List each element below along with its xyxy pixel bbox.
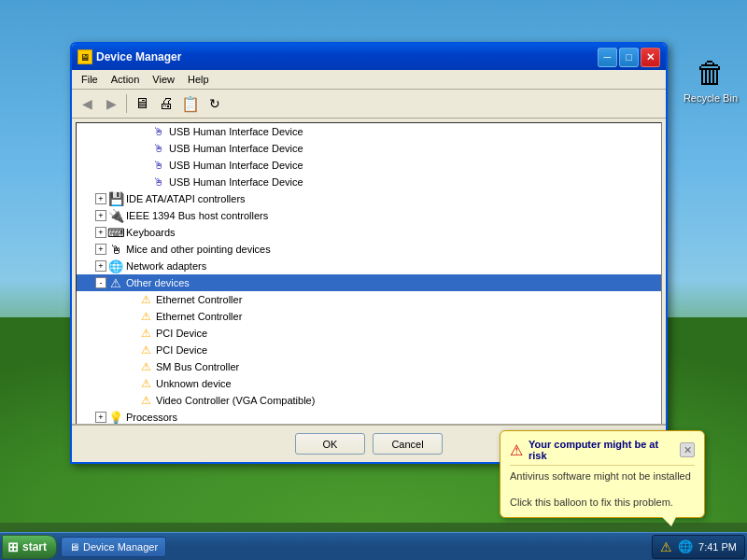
menu-action[interactable]: Action bbox=[106, 72, 146, 87]
tree-item-eth1[interactable]: ⚠ Ethernet Controller bbox=[77, 291, 661, 308]
expand-network[interactable]: + bbox=[95, 260, 106, 272]
computer-button[interactable]: 🖥 bbox=[131, 92, 153, 115]
keyboards-icon: ⌨ bbox=[108, 225, 123, 240]
toolbar: ◀ ▶ 🖥 🖨 📋 ↻ bbox=[72, 90, 666, 119]
tree-item-ieee[interactable]: + 🔌 IEEE 1394 Bus host controllers bbox=[77, 207, 661, 224]
close-button[interactable]: ✕ bbox=[641, 48, 660, 67]
expand-ide[interactable]: + bbox=[95, 193, 106, 204]
hid-label-4: USB Human Interface Device bbox=[169, 176, 303, 188]
ide-label: IDE ATA/ATAPI controllers bbox=[126, 193, 246, 204]
tree-item-hid2[interactable]: 🖱 USB Human Interface Device bbox=[77, 140, 661, 157]
back-button[interactable]: ◀ bbox=[76, 92, 98, 115]
eth1-icon: ⚠ bbox=[138, 292, 153, 307]
minimize-button[interactable]: ─ bbox=[598, 48, 617, 67]
other-label: Other devices bbox=[126, 277, 190, 288]
eth2-icon: ⚠ bbox=[138, 309, 153, 324]
mice-label: Mice and other pointing devices bbox=[126, 244, 271, 255]
notification-balloon[interactable]: ⚠ Your computer might be at risk ✕ Antiv… bbox=[500, 430, 705, 518]
tree-item-other[interactable]: - ⚠ Other devices bbox=[77, 274, 661, 291]
tree-item-network[interactable]: + 🌐 Network adapters bbox=[77, 258, 661, 274]
hid-icon-1: 🖱 bbox=[151, 124, 166, 139]
network-label: Network adapters bbox=[126, 260, 206, 272]
processors-label: Processors bbox=[126, 412, 177, 423]
mice-icon: 🖱 bbox=[108, 242, 123, 257]
windows-logo-icon: ⊞ bbox=[7, 539, 19, 554]
desktop: 🗑 Recycle Bin 🖥 Device Manager ─ □ ✕ bbox=[0, 0, 747, 560]
balloon-close-button[interactable]: ✕ bbox=[680, 442, 695, 457]
recycle-bin-label: Recycle Bin bbox=[684, 92, 738, 104]
other-icon: ⚠ bbox=[108, 275, 123, 290]
hid-label-3: USB Human Interface Device bbox=[169, 160, 303, 171]
menu-help[interactable]: Help bbox=[182, 72, 215, 87]
tray-warning-icon[interactable]: ⚠ bbox=[660, 539, 672, 554]
balloon-line2: Click this balloon to fix this problem. bbox=[510, 496, 695, 510]
ieee-label: IEEE 1394 Bus host controllers bbox=[126, 210, 268, 221]
unknown-label: Unknown device bbox=[156, 378, 232, 389]
hid-label-1: USB Human Interface Device bbox=[169, 126, 303, 137]
smbus-label: SM Bus Controller bbox=[156, 361, 239, 372]
tray-network-icon[interactable]: 🌐 bbox=[678, 539, 693, 553]
recycle-bin[interactable]: 🗑 Recycle Bin bbox=[684, 56, 738, 104]
tree-item-hid1[interactable]: 🖱 USB Human Interface Device bbox=[77, 123, 661, 140]
print-button[interactable]: 🖨 bbox=[155, 92, 177, 115]
tree-item-mice[interactable]: + 🖱 Mice and other pointing devices bbox=[77, 241, 661, 258]
ieee-icon: 🔌 bbox=[108, 208, 123, 223]
tree-item-ide[interactable]: + 💾 IDE ATA/ATAPI controllers bbox=[77, 190, 661, 207]
pci1-icon: ⚠ bbox=[138, 326, 153, 341]
menubar: File Action View Help bbox=[72, 70, 666, 90]
properties-button[interactable]: 📋 bbox=[179, 92, 202, 115]
start-label: start bbox=[22, 540, 47, 553]
toolbar-separator-1 bbox=[126, 94, 127, 113]
vga-icon: ⚠ bbox=[138, 393, 153, 408]
tree-item-unknown[interactable]: ⚠ Unknown device bbox=[77, 375, 661, 392]
hid-icon-2: 🖱 bbox=[151, 141, 166, 156]
refresh-button[interactable]: ↻ bbox=[204, 92, 226, 115]
taskbar: ⊞ start 🖥 Device Manager ⚠ 🌐 7:41 PM bbox=[0, 532, 747, 560]
device-tree[interactable]: 🖱 USB Human Interface Device 🖱 USB Human… bbox=[76, 122, 662, 440]
tree-item-hid3[interactable]: 🖱 USB Human Interface Device bbox=[77, 157, 661, 174]
maximize-button[interactable]: □ bbox=[619, 48, 639, 67]
expand-processors[interactable]: + bbox=[95, 412, 106, 423]
ok-button[interactable]: OK bbox=[295, 433, 365, 455]
hid-icon-3: 🖱 bbox=[151, 158, 166, 173]
taskbar-items: 🖥 Device Manager bbox=[61, 537, 648, 557]
window-titlebar: 🖥 Device Manager ─ □ ✕ bbox=[72, 44, 666, 70]
pci1-label: PCI Device bbox=[156, 328, 207, 339]
tree-item-vga[interactable]: ⚠ Video Controller (VGA Compatible) bbox=[77, 392, 661, 409]
close-icon: ✕ bbox=[646, 51, 655, 63]
window-controls: ─ □ ✕ bbox=[598, 48, 660, 67]
tree-item-keyboards[interactable]: + ⌨ Keyboards bbox=[77, 224, 661, 241]
tree-item-hid4[interactable]: 🖱 USB Human Interface Device bbox=[77, 174, 661, 190]
balloon-title: Your computer might be at risk bbox=[529, 439, 674, 461]
menu-file[interactable]: File bbox=[76, 72, 104, 87]
vga-label: Video Controller (VGA Compatible) bbox=[156, 395, 315, 406]
expand-mice[interactable]: + bbox=[95, 244, 106, 255]
tree-item-eth2[interactable]: ⚠ Ethernet Controller bbox=[77, 308, 661, 325]
expand-keyboards[interactable]: + bbox=[95, 227, 106, 238]
processors-icon: 💡 bbox=[108, 410, 123, 425]
pci2-label: PCI Device bbox=[156, 344, 207, 356]
tree-item-pci2[interactable]: ⚠ PCI Device bbox=[77, 342, 661, 358]
tree-item-smbus[interactable]: ⚠ SM Bus Controller bbox=[77, 358, 661, 375]
recycle-bin-icon: 🗑 bbox=[696, 56, 726, 91]
taskbar-item-label: Device Manager bbox=[83, 541, 158, 553]
tree-item-pci1[interactable]: ⚠ PCI Device bbox=[77, 325, 661, 342]
window-icon-glyph: 🖥 bbox=[80, 52, 90, 63]
smbus-icon: ⚠ bbox=[138, 359, 153, 374]
pci2-icon: ⚠ bbox=[138, 343, 153, 357]
window-title: Device Manager bbox=[96, 50, 594, 63]
maximize-icon: □ bbox=[626, 51, 632, 63]
system-tray: ⚠ 🌐 7:41 PM bbox=[652, 535, 745, 559]
cancel-button[interactable]: Cancel bbox=[373, 433, 443, 455]
menu-view[interactable]: View bbox=[147, 72, 180, 87]
clock: 7:41 PM bbox=[698, 541, 737, 553]
keyboards-label: Keyboards bbox=[126, 227, 176, 238]
taskbar-item-device-manager[interactable]: 🖥 Device Manager bbox=[61, 537, 166, 557]
start-button[interactable]: ⊞ start bbox=[2, 535, 57, 559]
balloon-line1: Antivirus software might not be installe… bbox=[510, 469, 695, 483]
hid-label-2: USB Human Interface Device bbox=[169, 143, 303, 154]
expand-ieee[interactable]: + bbox=[95, 210, 106, 221]
window-icon: 🖥 bbox=[78, 49, 92, 64]
expand-other[interactable]: - bbox=[95, 277, 106, 288]
forward-button[interactable]: ▶ bbox=[100, 92, 122, 115]
